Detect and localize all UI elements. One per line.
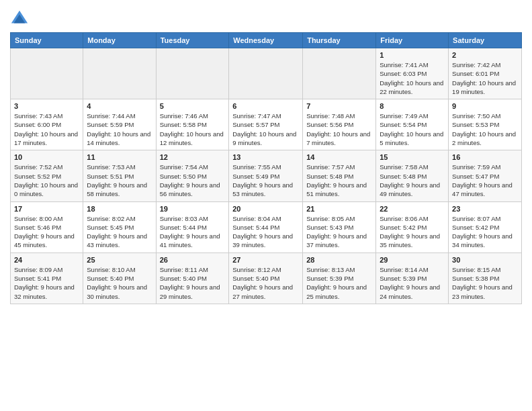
calendar-table: SundayMondayTuesdayWednesdayThursdayFrid… [10,32,522,304]
calendar-week-5: 24Sunrise: 8:09 AMSunset: 5:41 PMDayligh… [11,253,522,304]
calendar-cell: 6Sunrise: 7:47 AMSunset: 5:57 PMDaylight… [229,99,303,150]
calendar-cell: 3Sunrise: 7:43 AMSunset: 6:00 PMDaylight… [11,99,83,150]
calendar-cell: 23Sunrise: 8:07 AMSunset: 5:42 PMDayligh… [449,201,522,253]
logo-icon [10,9,29,28]
day-number: 9 [452,102,518,110]
calendar-cell: 24Sunrise: 8:09 AMSunset: 5:41 PMDayligh… [11,253,83,304]
day-number: 12 [160,153,226,161]
day-info: Sunrise: 8:03 AMSunset: 5:44 PMDaylight:… [160,214,226,250]
day-number: 11 [87,153,152,161]
calendar-week-2: 3Sunrise: 7:43 AMSunset: 6:00 PMDaylight… [11,99,522,150]
day-number: 30 [452,256,518,264]
calendar-cell: 9Sunrise: 7:50 AMSunset: 5:53 PMDaylight… [449,99,522,150]
calendar-cell: 1Sunrise: 7:41 AMSunset: 6:03 PMDaylight… [376,48,449,99]
day-info: Sunrise: 7:47 AMSunset: 5:57 PMDaylight:… [232,111,299,147]
day-number: 19 [160,205,226,213]
day-number: 25 [87,256,152,264]
day-info: Sunrise: 7:55 AMSunset: 5:49 PMDaylight:… [232,163,299,198]
calendar-week-4: 17Sunrise: 8:00 AMSunset: 5:46 PMDayligh… [11,201,522,253]
day-number: 18 [87,205,152,213]
day-info: Sunrise: 8:10 AMSunset: 5:40 PMDaylight:… [87,265,152,301]
calendar-cell: 29Sunrise: 8:14 AMSunset: 5:39 PMDayligh… [376,253,449,304]
calendar-cell: 7Sunrise: 7:48 AMSunset: 5:56 PMDaylight… [303,99,376,150]
day-number: 5 [160,102,226,110]
day-number: 24 [14,256,79,264]
page-container: SundayMondayTuesdayWednesdayThursdayFrid… [0,0,532,311]
calendar-cell [11,48,83,99]
day-info: Sunrise: 7:42 AMSunset: 6:01 PMDaylight:… [452,60,518,96]
day-info: Sunrise: 8:00 AMSunset: 5:46 PMDaylight:… [14,214,79,250]
day-number: 6 [232,102,299,110]
day-number: 21 [306,205,372,213]
day-number: 26 [160,256,226,264]
day-info: Sunrise: 7:54 AMSunset: 5:50 PMDaylight:… [160,163,226,198]
day-number: 23 [452,205,518,213]
calendar-cell: 21Sunrise: 8:05 AMSunset: 5:43 PMDayligh… [303,201,376,253]
day-info: Sunrise: 8:04 AMSunset: 5:44 PMDaylight:… [232,214,299,250]
calendar-cell: 15Sunrise: 7:58 AMSunset: 5:48 PMDayligh… [376,150,449,201]
day-info: Sunrise: 8:02 AMSunset: 5:45 PMDaylight:… [87,214,152,250]
calendar-cell: 5Sunrise: 7:46 AMSunset: 5:58 PMDaylight… [156,99,229,150]
calendar-cell: 26Sunrise: 8:11 AMSunset: 5:40 PMDayligh… [156,253,229,304]
day-info: Sunrise: 8:11 AMSunset: 5:40 PMDaylight:… [160,265,226,301]
calendar-cell: 8Sunrise: 7:49 AMSunset: 5:54 PMDaylight… [376,99,449,150]
calendar-cell: 28Sunrise: 8:13 AMSunset: 5:39 PMDayligh… [303,253,376,304]
calendar-cell: 17Sunrise: 8:00 AMSunset: 5:46 PMDayligh… [11,201,83,253]
day-info: Sunrise: 8:06 AMSunset: 5:42 PMDaylight:… [380,214,445,250]
day-info: Sunrise: 8:13 AMSunset: 5:39 PMDaylight:… [306,265,372,301]
day-number: 10 [14,153,79,161]
day-info: Sunrise: 7:43 AMSunset: 6:00 PMDaylight:… [14,111,79,147]
weekday-header-monday: Monday [83,33,156,48]
day-number: 1 [380,51,445,59]
day-number: 16 [452,153,518,161]
day-number: 7 [306,102,372,110]
header [10,7,522,28]
calendar-cell: 16Sunrise: 7:59 AMSunset: 5:47 PMDayligh… [449,150,522,201]
calendar-cell: 12Sunrise: 7:54 AMSunset: 5:50 PMDayligh… [156,150,229,201]
calendar-cell: 19Sunrise: 8:03 AMSunset: 5:44 PMDayligh… [156,201,229,253]
weekday-header-sunday: Sunday [11,33,83,48]
day-number: 3 [14,102,79,110]
day-number: 27 [232,256,299,264]
day-info: Sunrise: 7:41 AMSunset: 6:03 PMDaylight:… [380,60,445,96]
day-number: 2 [452,51,518,59]
calendar-week-3: 10Sunrise: 7:52 AMSunset: 5:52 PMDayligh… [11,150,522,201]
calendar-cell: 4Sunrise: 7:44 AMSunset: 5:59 PMDaylight… [83,99,156,150]
calendar-cell: 14Sunrise: 7:57 AMSunset: 5:48 PMDayligh… [303,150,376,201]
day-number: 13 [232,153,299,161]
calendar-cell: 13Sunrise: 7:55 AMSunset: 5:49 PMDayligh… [229,150,303,201]
day-number: 14 [306,153,372,161]
logo [10,9,32,28]
day-number: 15 [380,153,445,161]
day-number: 22 [380,205,445,213]
calendar-cell: 20Sunrise: 8:04 AMSunset: 5:44 PMDayligh… [229,201,303,253]
day-number: 20 [232,205,299,213]
calendar-cell: 30Sunrise: 8:15 AMSunset: 5:38 PMDayligh… [449,253,522,304]
calendar-cell [156,48,229,99]
calendar-week-1: 1Sunrise: 7:41 AMSunset: 6:03 PMDaylight… [11,48,522,99]
calendar-cell: 18Sunrise: 8:02 AMSunset: 5:45 PMDayligh… [83,201,156,253]
day-number: 4 [87,102,152,110]
calendar-cell: 22Sunrise: 8:06 AMSunset: 5:42 PMDayligh… [376,201,449,253]
day-info: Sunrise: 7:49 AMSunset: 5:54 PMDaylight:… [380,111,445,147]
day-info: Sunrise: 8:05 AMSunset: 5:43 PMDaylight:… [306,214,372,250]
day-info: Sunrise: 7:59 AMSunset: 5:47 PMDaylight:… [452,163,518,198]
calendar-cell: 25Sunrise: 8:10 AMSunset: 5:40 PMDayligh… [83,253,156,304]
day-info: Sunrise: 8:09 AMSunset: 5:41 PMDaylight:… [14,265,79,301]
calendar-cell [229,48,303,99]
weekday-header-saturday: Saturday [449,33,522,48]
calendar-cell: 11Sunrise: 7:53 AMSunset: 5:51 PMDayligh… [83,150,156,201]
calendar-cell: 2Sunrise: 7:42 AMSunset: 6:01 PMDaylight… [449,48,522,99]
weekday-header-tuesday: Tuesday [156,33,229,48]
day-info: Sunrise: 7:58 AMSunset: 5:48 PMDaylight:… [380,163,445,198]
weekday-header-wednesday: Wednesday [229,33,303,48]
day-info: Sunrise: 7:46 AMSunset: 5:58 PMDaylight:… [160,111,226,147]
day-info: Sunrise: 8:12 AMSunset: 5:40 PMDaylight:… [232,265,299,301]
day-info: Sunrise: 8:15 AMSunset: 5:38 PMDaylight:… [452,265,518,301]
calendar-header-row: SundayMondayTuesdayWednesdayThursdayFrid… [11,33,522,48]
day-info: Sunrise: 7:52 AMSunset: 5:52 PMDaylight:… [14,163,79,198]
day-number: 8 [380,102,445,110]
day-number: 28 [306,256,372,264]
calendar-cell [83,48,156,99]
day-info: Sunrise: 7:57 AMSunset: 5:48 PMDaylight:… [306,163,372,198]
